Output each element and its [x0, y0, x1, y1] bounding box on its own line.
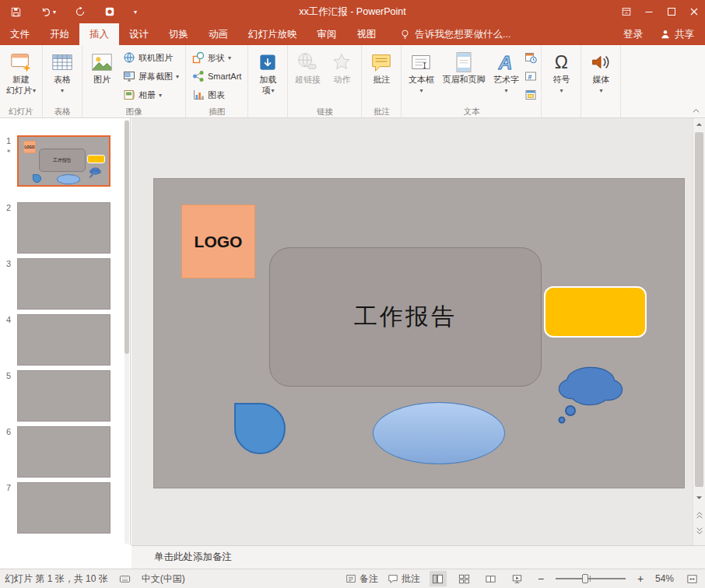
- chevron-up-icon: [692, 107, 700, 114]
- slide-thumbnail-panel: 1 ✶ LOGO 工作报告 2 3 4: [0, 118, 131, 545]
- logo-shape[interactable]: LOGO: [181, 205, 255, 278]
- new-slide-button[interactable]: 新建 幻灯片▾: [2, 46, 40, 106]
- yellow-rounded-rectangle[interactable]: [544, 286, 647, 338]
- collapse-ribbon-button[interactable]: [690, 106, 701, 115]
- online-pictures-button[interactable]: 联机图片: [119, 48, 183, 67]
- shapes-button[interactable]: 形状 ▾: [188, 48, 245, 67]
- insert-object-button[interactable]: [523, 86, 538, 104]
- scrollbar-thumb[interactable]: [695, 132, 703, 487]
- save-button[interactable]: [10, 6, 22, 18]
- previous-slide-button[interactable]: [693, 509, 705, 521]
- group-label-images: 图像: [85, 106, 183, 117]
- textbox-button[interactable]: 文本框 ▾: [404, 46, 438, 106]
- close-button[interactable]: [682, 0, 705, 23]
- tab-slideshow[interactable]: 幻灯片放映: [238, 23, 307, 45]
- tab-file[interactable]: 文件: [0, 23, 40, 45]
- scroll-down-button[interactable]: [693, 492, 705, 504]
- action-button[interactable]: 动作: [324, 46, 359, 106]
- thumbnail-scrollbar[interactable]: [125, 120, 129, 544]
- date-time-button[interactable]: [523, 48, 538, 67]
- add-ins-button[interactable]: 加载 项▾: [251, 46, 285, 106]
- share-button[interactable]: 共享: [660, 28, 694, 41]
- slide-thumbnail-3[interactable]: [17, 258, 110, 310]
- photo-album-button[interactable]: 相册 ▾: [119, 86, 183, 104]
- zoom-slider[interactable]: [556, 578, 626, 579]
- slide-canvas[interactable]: LOGO 工作报告: [154, 179, 684, 488]
- slide-thumbnail-5[interactable]: [17, 370, 110, 422]
- maximize-button[interactable]: [660, 0, 682, 23]
- customize-qat-button[interactable]: ▾: [134, 9, 137, 16]
- picture-button[interactable]: 图片: [85, 46, 119, 106]
- header-footer-button[interactable]: 页眉和页脚: [438, 46, 489, 106]
- fit-to-window-button[interactable]: [683, 571, 700, 586]
- reading-view-button[interactable]: [482, 571, 500, 586]
- zoom-slider-thumb[interactable]: [582, 574, 588, 583]
- ribbon-display-options-button[interactable]: [615, 0, 637, 23]
- group-label-media: [584, 106, 618, 117]
- tab-home[interactable]: 开始: [40, 23, 79, 45]
- zoom-slider-notch: [590, 576, 591, 582]
- tab-animations[interactable]: 动画: [198, 23, 238, 45]
- zoom-in-button[interactable]: +: [635, 572, 646, 585]
- undo-dropdown-icon[interactable]: ▾: [53, 9, 56, 16]
- comment-button[interactable]: 批注: [364, 46, 398, 106]
- window-controls: [615, 0, 705, 23]
- table-button[interactable]: 表格 ▾: [45, 46, 79, 106]
- chart-button[interactable]: 图表: [188, 86, 245, 104]
- slide-thumbnail-7[interactable]: [17, 482, 110, 534]
- slide-number-button[interactable]: #: [523, 67, 538, 86]
- next-slide-button[interactable]: [693, 524, 705, 537]
- ribbon-insert: 新建 幻灯片▾ 幻灯片 表格 ▾ 表格: [0, 45, 705, 118]
- screenshot-tool-button[interactable]: [104, 6, 115, 17]
- normal-view-button[interactable]: [430, 571, 447, 586]
- smartart-button[interactable]: SmartArt: [188, 67, 245, 86]
- redo-button[interactable]: [75, 6, 86, 17]
- slide-number: 3: [6, 259, 11, 268]
- titlebar: ▾ ▾ xx工作汇报 - PowerPoint: [0, 0, 705, 23]
- dropdown-icon: ▾: [559, 86, 563, 96]
- hyperlink-button[interactable]: 超链接: [290, 46, 324, 106]
- spellcheck-button[interactable]: [119, 573, 131, 585]
- tab-design[interactable]: 设计: [119, 23, 159, 45]
- notes-toggle-button[interactable]: 备注: [345, 572, 378, 586]
- slide-editing-area[interactable]: LOGO 工作报告: [132, 118, 693, 545]
- scroll-up-button[interactable]: [693, 118, 705, 131]
- tab-insert[interactable]: 插入: [79, 23, 119, 45]
- tab-transitions[interactable]: 切换: [159, 23, 198, 45]
- thumbnail-scrollbar-thumb[interactable]: [125, 121, 129, 354]
- vertical-scrollbar[interactable]: [693, 118, 705, 545]
- sign-in-button[interactable]: 登录: [623, 28, 643, 41]
- ellipse-shape[interactable]: [373, 402, 505, 464]
- zoom-out-button[interactable]: −: [535, 572, 546, 585]
- tab-review[interactable]: 审阅: [307, 23, 347, 45]
- teardrop-shape[interactable]: [234, 403, 286, 454]
- language-indicator[interactable]: 中文(中国): [142, 572, 185, 586]
- comments-toggle-button[interactable]: 批注: [388, 572, 420, 586]
- tell-me-box[interactable]: 告诉我您想要做什么...: [399, 23, 511, 45]
- screenshot-button[interactable]: 屏幕截图 ▾: [119, 67, 183, 86]
- tab-view[interactable]: 视图: [347, 23, 387, 45]
- slide-sorter-view-button[interactable]: [456, 571, 473, 586]
- slide-number: 2: [6, 203, 11, 212]
- slideshow-view-button[interactable]: [509, 571, 526, 586]
- cloud-callout-shape[interactable]: [553, 359, 628, 426]
- media-button[interactable]: 媒体 ▾: [584, 46, 618, 106]
- customize-qat-icon: ▾: [134, 9, 137, 16]
- slide-thumbnail-2[interactable]: [17, 202, 110, 254]
- symbol-button[interactable]: Ω 符号 ▾: [544, 46, 578, 106]
- close-icon: [689, 7, 699, 16]
- title-rounded-rectangle[interactable]: 工作报告: [269, 247, 542, 387]
- undo-icon: [40, 6, 51, 17]
- minimize-button[interactable]: [637, 0, 660, 23]
- group-label-links: 链接: [290, 106, 359, 117]
- zoom-level[interactable]: 54%: [655, 573, 674, 584]
- notes-pane[interactable]: 单击此处添加备注: [132, 545, 705, 569]
- wordart-button[interactable]: A 艺术字 ▾: [489, 46, 523, 106]
- slide-thumbnail-1[interactable]: LOGO 工作报告: [17, 135, 110, 187]
- notes-placeholder: 单击此处添加备注: [154, 551, 232, 564]
- undo-button[interactable]: ▾: [40, 6, 56, 17]
- thumbnail-gutter: 1 ✶: [0, 135, 17, 187]
- slide-thumbnail-4[interactable]: [17, 314, 110, 366]
- slide-thumbnail-6[interactable]: [17, 426, 110, 478]
- new-slide-icon: [9, 49, 33, 75]
